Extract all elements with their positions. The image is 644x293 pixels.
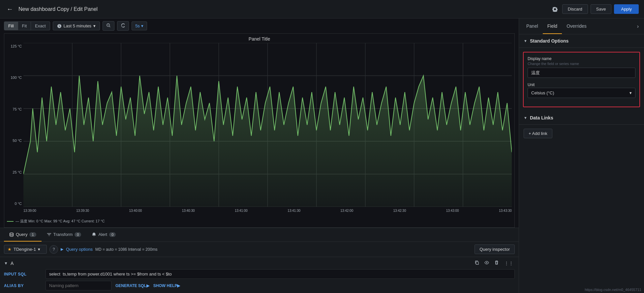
right-panel: Panel Field Overrides › ▼ Standard optio… xyxy=(519,18,644,293)
input-sql-field[interactable] xyxy=(46,269,515,279)
delete-query-button[interactable] xyxy=(493,260,500,267)
input-sql-label: INPUT SQL xyxy=(4,272,44,277)
tab-transform[interactable]: Transform 0 xyxy=(42,228,87,242)
left-panel: Fill Fit Exact Last 5 minutes ▾ xyxy=(0,18,519,293)
interval-button[interactable]: 5s ▾ xyxy=(132,21,147,30)
copy-query-button[interactable] xyxy=(473,260,480,267)
info-button[interactable]: ? xyxy=(49,245,58,254)
toggle-query-button[interactable] xyxy=(483,260,490,267)
time-range-button[interactable]: Last 5 minutes ▾ xyxy=(53,21,100,30)
right-tab-more-button[interactable]: › xyxy=(634,22,641,31)
alias-by-field[interactable] xyxy=(46,281,111,290)
tab-transform-badge: 0 xyxy=(75,232,81,237)
back-button[interactable]: ← xyxy=(5,4,15,14)
copy-icon xyxy=(475,260,479,265)
data-links-section: + Add link xyxy=(519,125,644,142)
query-options-link[interactable]: Query options xyxy=(66,247,93,252)
display-name-hint: Change the field or series name xyxy=(528,62,635,66)
y-label-75: 75 °C xyxy=(13,107,22,111)
query-options-row: ▶ Query options MD = auto = 1086 Interva… xyxy=(61,247,472,252)
svg-rect-18 xyxy=(476,262,478,264)
discard-button[interactable]: Discard xyxy=(562,4,588,14)
data-links-collapse-icon: ▼ xyxy=(524,116,527,120)
fit-button[interactable]: Fit xyxy=(18,22,31,30)
right-tab-panel[interactable]: Panel xyxy=(522,18,543,34)
query-meta: MD = auto = 1086 Interval = 200ms xyxy=(95,247,157,252)
fill-button[interactable]: Fill xyxy=(4,22,18,30)
legend-text: — 温度 Min: 0 °C Max: 99 °C Avg: 47 °C Cur… xyxy=(15,219,105,224)
chart-title: Panel Title xyxy=(4,34,514,43)
trash-icon xyxy=(494,260,499,265)
unit-chevron: ▾ xyxy=(629,90,632,95)
apply-button[interactable]: Apply xyxy=(614,4,639,14)
chart-container: Panel Title 125 °C 100 °C 75 °C 50 °C 25… xyxy=(4,33,515,228)
standard-options-title: Standard options xyxy=(530,38,568,44)
zoom-out-icon xyxy=(106,23,111,28)
view-mode-group: Fill Fit Exact xyxy=(4,21,50,30)
query-fields-a: INPUT SQL ALIAS BY GENERATE SQL▶ SHOW HE… xyxy=(4,269,515,290)
x-label-6: 13:42:00 xyxy=(340,209,353,212)
time-range-chevron: ▾ xyxy=(93,23,96,28)
show-help-button[interactable]: SHOW HELP▶ xyxy=(153,283,180,288)
drag-query-button[interactable]: ⋮⋮ xyxy=(503,260,515,267)
x-label-5: 13:41:30 xyxy=(288,209,300,212)
unit-select[interactable]: Celsius (°C) ▾ xyxy=(528,88,635,98)
save-button[interactable]: Save xyxy=(591,4,612,14)
standard-options-header[interactable]: ▼ Standard options xyxy=(519,34,644,48)
display-name-group: Display name Change the field or series … xyxy=(528,56,635,78)
main-layout: Fill Fit Exact Last 5 minutes ▾ xyxy=(0,18,644,293)
chart-svg xyxy=(23,43,512,207)
y-label-125: 125 °C xyxy=(11,44,22,48)
top-right-actions: Discard Save Apply xyxy=(550,4,639,14)
unit-group: Unit Celsius (°C) ▾ xyxy=(528,82,635,98)
chart-area: 125 °C 100 °C 75 °C 50 °C 25 °C 0 °C xyxy=(4,43,514,217)
refresh-icon xyxy=(121,23,125,28)
tab-query-label: Query xyxy=(16,232,27,237)
bell-icon xyxy=(92,232,96,237)
datasource-label: TDengine-1 xyxy=(14,247,36,252)
tab-query-badge: 1 xyxy=(29,232,36,237)
data-links-title: Data links xyxy=(530,115,553,120)
tab-alert-badge: 0 xyxy=(109,232,116,237)
svg-point-17 xyxy=(10,233,14,234)
x-axis: 13:39:00 13:39:30 13:40:00 13:40:30 13:4… xyxy=(23,208,512,217)
settings-button[interactable] xyxy=(550,5,560,14)
refresh-button[interactable] xyxy=(117,21,129,31)
star-icon: ★ xyxy=(8,247,12,252)
exact-button[interactable]: Exact xyxy=(31,22,50,30)
x-label-2: 13:40:00 xyxy=(129,209,142,212)
datasource-chevron: ▾ xyxy=(38,247,40,252)
generate-sql-button[interactable]: GENERATE SQL▶ xyxy=(115,283,149,288)
x-label-1: 13:39:30 xyxy=(76,209,89,212)
query-inspector-button[interactable]: Query inspector xyxy=(475,244,515,254)
display-name-label: Display name xyxy=(528,56,635,61)
clock-icon xyxy=(57,24,62,28)
page-title: New dashboard Copy / Edit Panel xyxy=(18,6,550,12)
tab-alert[interactable]: Alert 0 xyxy=(86,228,121,242)
chart-legend: — 温度 Min: 0 °C Max: 99 °C Avg: 47 °C Cur… xyxy=(4,217,514,226)
expand-icon[interactable]: ▶ xyxy=(61,247,63,251)
data-links-header[interactable]: ▼ Data links xyxy=(519,111,644,125)
query-collapse-button[interactable]: ▼ xyxy=(4,261,8,266)
right-tab-overrides[interactable]: Overrides xyxy=(562,18,591,34)
top-bar: ← New dashboard Copy / Edit Panel Discar… xyxy=(0,0,644,18)
query-tabs-row: Query 1 Transform 0 Alert 0 xyxy=(0,228,519,242)
chart-toolbar: Fill Fit Exact Last 5 minutes ▾ xyxy=(0,18,519,33)
x-label-4: 13:41:00 xyxy=(235,209,248,212)
datasource-select[interactable]: ★ TDengine-1 ▾ xyxy=(4,245,47,254)
add-link-button[interactable]: + Add link xyxy=(524,129,552,138)
eye-icon xyxy=(484,260,489,265)
interval-chevron: ▾ xyxy=(141,23,143,28)
display-name-input[interactable] xyxy=(528,68,635,78)
legend-line xyxy=(7,221,14,222)
tab-query[interactable]: Query 1 xyxy=(4,228,42,242)
zoom-out-button[interactable] xyxy=(103,21,114,31)
unit-value: Celsius (°C) xyxy=(531,90,554,95)
tab-transform-label: Transform xyxy=(53,232,73,237)
x-label-9: 13:43:30 xyxy=(499,209,512,212)
y-label-0: 0 °C xyxy=(15,202,22,206)
right-tab-field[interactable]: Field xyxy=(543,18,562,34)
y-label-50: 50 °C xyxy=(13,139,22,143)
x-label-3: 13:40:30 xyxy=(182,209,195,212)
x-label-8: 13:43:00 xyxy=(446,209,459,212)
